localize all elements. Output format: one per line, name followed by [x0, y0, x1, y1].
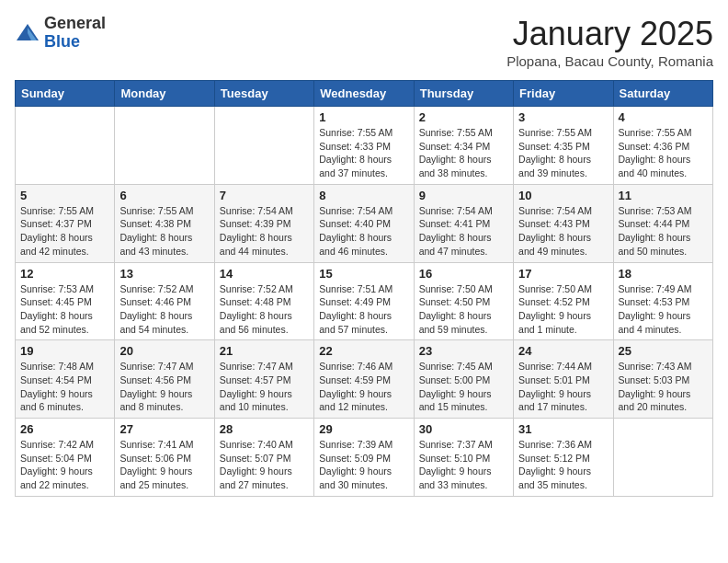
day-number: 24 — [518, 344, 608, 358]
day-number: 10 — [518, 189, 608, 202]
calendar-day-cell: 29Sunrise: 7:39 AM Sunset: 5:09 PM Dayli… — [314, 419, 414, 497]
day-number: 18 — [619, 267, 708, 281]
day-info: Sunrise: 7:53 AM Sunset: 4:45 PM Dayligh… — [20, 282, 109, 337]
calendar-day-cell: 16Sunrise: 7:50 AM Sunset: 4:50 PM Dayli… — [414, 262, 513, 340]
day-number: 5 — [20, 189, 109, 202]
day-number: 28 — [220, 422, 309, 436]
calendar-week-row: 1Sunrise: 7:55 AM Sunset: 4:33 PM Daylig… — [16, 107, 713, 185]
weekday-header: Thursday — [414, 81, 513, 107]
logo-icon — [15, 20, 40, 46]
calendar-day-cell: 18Sunrise: 7:49 AM Sunset: 4:53 PM Dayli… — [613, 262, 712, 340]
day-number: 8 — [319, 189, 408, 202]
empty-day-cell — [115, 107, 214, 185]
calendar-week-row: 12Sunrise: 7:53 AM Sunset: 4:45 PM Dayli… — [16, 262, 713, 340]
day-info: Sunrise: 7:40 AM Sunset: 5:07 PM Dayligh… — [220, 438, 309, 492]
empty-day-cell — [214, 107, 313, 185]
weekday-header: Saturday — [613, 81, 712, 107]
day-number: 3 — [518, 110, 608, 124]
calendar-week-row: 19Sunrise: 7:48 AM Sunset: 4:54 PM Dayli… — [16, 340, 713, 419]
calendar-day-cell: 8Sunrise: 7:54 AM Sunset: 4:40 PM Daylig… — [314, 184, 414, 262]
day-number: 23 — [419, 344, 508, 358]
day-number: 15 — [319, 267, 408, 281]
day-info: Sunrise: 7:48 AM Sunset: 4:54 PM Dayligh… — [20, 360, 109, 414]
day-info: Sunrise: 7:42 AM Sunset: 5:04 PM Dayligh… — [20, 438, 109, 492]
day-info: Sunrise: 7:37 AM Sunset: 5:10 PM Dayligh… — [419, 438, 508, 492]
calendar-day-cell: 28Sunrise: 7:40 AM Sunset: 5:07 PM Dayli… — [214, 419, 313, 497]
calendar-day-cell: 14Sunrise: 7:52 AM Sunset: 4:48 PM Dayli… — [214, 262, 313, 340]
day-number: 1 — [319, 110, 408, 124]
day-info: Sunrise: 7:46 AM Sunset: 4:59 PM Dayligh… — [319, 360, 408, 414]
calendar-day-cell: 11Sunrise: 7:53 AM Sunset: 4:44 PM Dayli… — [613, 184, 712, 262]
calendar-day-cell: 4Sunrise: 7:55 AM Sunset: 4:36 PM Daylig… — [613, 107, 712, 185]
location-title: Plopana, Bacau County, Romania — [506, 53, 713, 69]
day-number: 27 — [119, 422, 209, 436]
day-number: 9 — [419, 189, 508, 202]
day-number: 7 — [220, 189, 309, 202]
calendar-table: SundayMondayTuesdayWednesdayThursdayFrid… — [15, 80, 713, 497]
day-info: Sunrise: 7:55 AM Sunset: 4:34 PM Dayligh… — [419, 126, 508, 180]
logo-blue: Blue — [44, 33, 106, 52]
day-info: Sunrise: 7:47 AM Sunset: 4:57 PM Dayligh… — [220, 360, 309, 414]
day-info: Sunrise: 7:50 AM Sunset: 4:50 PM Dayligh… — [419, 282, 508, 337]
day-info: Sunrise: 7:55 AM Sunset: 4:38 PM Dayligh… — [119, 204, 209, 259]
logo-text: General Blue — [44, 15, 106, 52]
day-number: 30 — [419, 422, 508, 436]
calendar-day-cell: 5Sunrise: 7:55 AM Sunset: 4:37 PM Daylig… — [16, 184, 115, 262]
day-info: Sunrise: 7:43 AM Sunset: 5:03 PM Dayligh… — [619, 360, 708, 414]
calendar-day-cell: 12Sunrise: 7:53 AM Sunset: 4:45 PM Dayli… — [16, 262, 115, 340]
calendar-day-cell: 25Sunrise: 7:43 AM Sunset: 5:03 PM Dayli… — [613, 340, 712, 419]
calendar-day-cell: 24Sunrise: 7:44 AM Sunset: 5:01 PM Dayli… — [514, 340, 613, 419]
day-number: 14 — [220, 267, 309, 281]
weekday-header: Friday — [514, 81, 613, 107]
day-info: Sunrise: 7:55 AM Sunset: 4:36 PM Dayligh… — [619, 126, 708, 180]
day-number: 4 — [619, 110, 708, 124]
day-number: 16 — [419, 267, 508, 281]
day-info: Sunrise: 7:54 AM Sunset: 4:39 PM Dayligh… — [220, 204, 309, 259]
day-number: 13 — [119, 267, 209, 281]
calendar-day-cell: 20Sunrise: 7:47 AM Sunset: 4:56 PM Dayli… — [115, 340, 214, 419]
calendar-week-row: 26Sunrise: 7:42 AM Sunset: 5:04 PM Dayli… — [16, 419, 713, 497]
day-number: 2 — [419, 110, 508, 124]
day-info: Sunrise: 7:54 AM Sunset: 4:43 PM Dayligh… — [518, 204, 608, 259]
day-number: 11 — [619, 189, 708, 202]
day-number: 25 — [619, 344, 708, 358]
calendar-day-cell: 6Sunrise: 7:55 AM Sunset: 4:38 PM Daylig… — [115, 184, 214, 262]
day-number: 26 — [20, 422, 109, 436]
logo-general: General — [44, 15, 106, 33]
calendar-day-cell: 31Sunrise: 7:36 AM Sunset: 5:12 PM Dayli… — [514, 419, 613, 497]
calendar-day-cell: 23Sunrise: 7:45 AM Sunset: 5:00 PM Dayli… — [414, 340, 513, 419]
day-info: Sunrise: 7:52 AM Sunset: 4:48 PM Dayligh… — [220, 282, 309, 337]
day-number: 6 — [119, 189, 209, 202]
title-block: January 2025 Plopana, Bacau County, Roma… — [506, 15, 713, 69]
day-info: Sunrise: 7:55 AM Sunset: 4:37 PM Dayligh… — [20, 204, 109, 259]
day-number: 12 — [20, 267, 109, 281]
empty-day-cell — [613, 419, 712, 497]
day-info: Sunrise: 7:51 AM Sunset: 4:49 PM Dayligh… — [319, 282, 408, 337]
calendar-day-cell: 19Sunrise: 7:48 AM Sunset: 4:54 PM Dayli… — [16, 340, 115, 419]
month-title: January 2025 — [506, 15, 713, 53]
day-info: Sunrise: 7:44 AM Sunset: 5:01 PM Dayligh… — [518, 360, 608, 414]
day-number: 29 — [319, 422, 408, 436]
day-info: Sunrise: 7:54 AM Sunset: 4:40 PM Dayligh… — [319, 204, 408, 259]
calendar-day-cell: 10Sunrise: 7:54 AM Sunset: 4:43 PM Dayli… — [514, 184, 613, 262]
calendar-day-cell: 30Sunrise: 7:37 AM Sunset: 5:10 PM Dayli… — [414, 419, 513, 497]
weekday-header: Tuesday — [214, 81, 313, 107]
day-number: 20 — [119, 344, 209, 358]
calendar-day-cell: 15Sunrise: 7:51 AM Sunset: 4:49 PM Dayli… — [314, 262, 414, 340]
day-info: Sunrise: 7:52 AM Sunset: 4:46 PM Dayligh… — [119, 282, 209, 337]
calendar-day-cell: 9Sunrise: 7:54 AM Sunset: 4:41 PM Daylig… — [414, 184, 513, 262]
day-number: 19 — [20, 344, 109, 358]
day-number: 22 — [319, 344, 408, 358]
day-info: Sunrise: 7:39 AM Sunset: 5:09 PM Dayligh… — [319, 438, 408, 492]
day-number: 31 — [518, 422, 608, 436]
calendar-day-cell: 13Sunrise: 7:52 AM Sunset: 4:46 PM Dayli… — [115, 262, 214, 340]
day-number: 17 — [518, 267, 608, 281]
day-info: Sunrise: 7:55 AM Sunset: 4:33 PM Dayligh… — [319, 126, 408, 180]
page-header: General Blue January 2025 Plopana, Bacau… — [15, 15, 713, 69]
day-info: Sunrise: 7:54 AM Sunset: 4:41 PM Dayligh… — [419, 204, 508, 259]
calendar-day-cell: 2Sunrise: 7:55 AM Sunset: 4:34 PM Daylig… — [414, 107, 513, 185]
calendar-day-cell: 26Sunrise: 7:42 AM Sunset: 5:04 PM Dayli… — [16, 419, 115, 497]
day-number: 21 — [220, 344, 309, 358]
day-info: Sunrise: 7:36 AM Sunset: 5:12 PM Dayligh… — [518, 438, 608, 492]
weekday-header: Sunday — [16, 81, 115, 107]
